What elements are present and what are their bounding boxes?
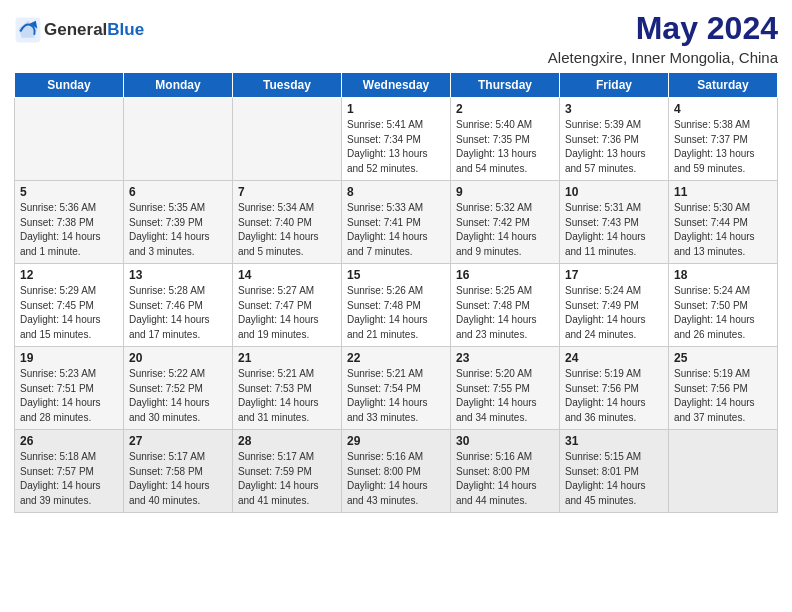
cell-info: Sunrise: 5:16 AM Sunset: 8:00 PM Dayligh… <box>347 450 445 508</box>
calendar-cell <box>233 98 342 181</box>
calendar-cell: 22Sunrise: 5:21 AM Sunset: 7:54 PM Dayli… <box>342 347 451 430</box>
generalblue-icon <box>14 16 42 44</box>
day-number: 11 <box>674 185 772 199</box>
calendar-cell: 15Sunrise: 5:26 AM Sunset: 7:48 PM Dayli… <box>342 264 451 347</box>
calendar-cell: 20Sunrise: 5:22 AM Sunset: 7:52 PM Dayli… <box>124 347 233 430</box>
calendar-week-row: 19Sunrise: 5:23 AM Sunset: 7:51 PM Dayli… <box>15 347 778 430</box>
cell-info: Sunrise: 5:31 AM Sunset: 7:43 PM Dayligh… <box>565 201 663 259</box>
header-saturday: Saturday <box>669 73 778 98</box>
calendar-cell: 7Sunrise: 5:34 AM Sunset: 7:40 PM Daylig… <box>233 181 342 264</box>
cell-info: Sunrise: 5:15 AM Sunset: 8:01 PM Dayligh… <box>565 450 663 508</box>
cell-info: Sunrise: 5:26 AM Sunset: 7:48 PM Dayligh… <box>347 284 445 342</box>
calendar-cell: 2Sunrise: 5:40 AM Sunset: 7:35 PM Daylig… <box>451 98 560 181</box>
cell-info: Sunrise: 5:30 AM Sunset: 7:44 PM Dayligh… <box>674 201 772 259</box>
cell-info: Sunrise: 5:17 AM Sunset: 7:58 PM Dayligh… <box>129 450 227 508</box>
header-thursday: Thursday <box>451 73 560 98</box>
logo: GeneralBlue <box>14 16 144 44</box>
header-monday: Monday <box>124 73 233 98</box>
calendar-cell: 9Sunrise: 5:32 AM Sunset: 7:42 PM Daylig… <box>451 181 560 264</box>
header-friday: Friday <box>560 73 669 98</box>
cell-info: Sunrise: 5:17 AM Sunset: 7:59 PM Dayligh… <box>238 450 336 508</box>
calendar-cell: 12Sunrise: 5:29 AM Sunset: 7:45 PM Dayli… <box>15 264 124 347</box>
header-wednesday: Wednesday <box>342 73 451 98</box>
logo-text: GeneralBlue <box>44 20 144 40</box>
day-number: 1 <box>347 102 445 116</box>
day-number: 30 <box>456 434 554 448</box>
title-area: May 2024 Aletengxire, Inner Mongolia, Ch… <box>548 10 778 66</box>
day-number: 28 <box>238 434 336 448</box>
logo-general: General <box>44 20 107 39</box>
day-number: 25 <box>674 351 772 365</box>
day-number: 22 <box>347 351 445 365</box>
calendar-cell: 26Sunrise: 5:18 AM Sunset: 7:57 PM Dayli… <box>15 430 124 513</box>
day-number: 3 <box>565 102 663 116</box>
calendar-cell: 8Sunrise: 5:33 AM Sunset: 7:41 PM Daylig… <box>342 181 451 264</box>
day-number: 2 <box>456 102 554 116</box>
calendar-subtitle: Aletengxire, Inner Mongolia, China <box>548 49 778 66</box>
calendar-cell: 14Sunrise: 5:27 AM Sunset: 7:47 PM Dayli… <box>233 264 342 347</box>
cell-info: Sunrise: 5:38 AM Sunset: 7:37 PM Dayligh… <box>674 118 772 176</box>
day-number: 6 <box>129 185 227 199</box>
day-number: 5 <box>20 185 118 199</box>
cell-info: Sunrise: 5:24 AM Sunset: 7:49 PM Dayligh… <box>565 284 663 342</box>
day-number: 13 <box>129 268 227 282</box>
cell-info: Sunrise: 5:41 AM Sunset: 7:34 PM Dayligh… <box>347 118 445 176</box>
cell-info: Sunrise: 5:32 AM Sunset: 7:42 PM Dayligh… <box>456 201 554 259</box>
calendar-cell <box>15 98 124 181</box>
header-area: GeneralBlue May 2024 Aletengxire, Inner … <box>14 10 778 66</box>
calendar-cell: 10Sunrise: 5:31 AM Sunset: 7:43 PM Dayli… <box>560 181 669 264</box>
calendar-week-row: 12Sunrise: 5:29 AM Sunset: 7:45 PM Dayli… <box>15 264 778 347</box>
cell-info: Sunrise: 5:33 AM Sunset: 7:41 PM Dayligh… <box>347 201 445 259</box>
day-number: 31 <box>565 434 663 448</box>
calendar-cell: 31Sunrise: 5:15 AM Sunset: 8:01 PM Dayli… <box>560 430 669 513</box>
day-number: 9 <box>456 185 554 199</box>
day-number: 29 <box>347 434 445 448</box>
calendar-cell: 24Sunrise: 5:19 AM Sunset: 7:56 PM Dayli… <box>560 347 669 430</box>
header-tuesday: Tuesday <box>233 73 342 98</box>
day-number: 24 <box>565 351 663 365</box>
calendar-cell: 11Sunrise: 5:30 AM Sunset: 7:44 PM Dayli… <box>669 181 778 264</box>
day-number: 26 <box>20 434 118 448</box>
calendar-cell: 30Sunrise: 5:16 AM Sunset: 8:00 PM Dayli… <box>451 430 560 513</box>
cell-info: Sunrise: 5:18 AM Sunset: 7:57 PM Dayligh… <box>20 450 118 508</box>
calendar-cell: 16Sunrise: 5:25 AM Sunset: 7:48 PM Dayli… <box>451 264 560 347</box>
cell-info: Sunrise: 5:25 AM Sunset: 7:48 PM Dayligh… <box>456 284 554 342</box>
calendar-cell <box>124 98 233 181</box>
day-number: 19 <box>20 351 118 365</box>
calendar-cell: 19Sunrise: 5:23 AM Sunset: 7:51 PM Dayli… <box>15 347 124 430</box>
day-number: 16 <box>456 268 554 282</box>
logo-blue: Blue <box>107 20 144 39</box>
day-number: 17 <box>565 268 663 282</box>
cell-info: Sunrise: 5:22 AM Sunset: 7:52 PM Dayligh… <box>129 367 227 425</box>
calendar-title: May 2024 <box>548 10 778 47</box>
cell-info: Sunrise: 5:35 AM Sunset: 7:39 PM Dayligh… <box>129 201 227 259</box>
day-number: 21 <box>238 351 336 365</box>
calendar-cell: 3Sunrise: 5:39 AM Sunset: 7:36 PM Daylig… <box>560 98 669 181</box>
cell-info: Sunrise: 5:28 AM Sunset: 7:46 PM Dayligh… <box>129 284 227 342</box>
cell-info: Sunrise: 5:23 AM Sunset: 7:51 PM Dayligh… <box>20 367 118 425</box>
calendar-table: Sunday Monday Tuesday Wednesday Thursday… <box>14 72 778 513</box>
header-row: Sunday Monday Tuesday Wednesday Thursday… <box>15 73 778 98</box>
calendar-cell: 28Sunrise: 5:17 AM Sunset: 7:59 PM Dayli… <box>233 430 342 513</box>
calendar-page: GeneralBlue May 2024 Aletengxire, Inner … <box>0 0 792 612</box>
cell-info: Sunrise: 5:34 AM Sunset: 7:40 PM Dayligh… <box>238 201 336 259</box>
day-number: 12 <box>20 268 118 282</box>
cell-info: Sunrise: 5:39 AM Sunset: 7:36 PM Dayligh… <box>565 118 663 176</box>
calendar-cell <box>669 430 778 513</box>
calendar-cell: 6Sunrise: 5:35 AM Sunset: 7:39 PM Daylig… <box>124 181 233 264</box>
day-number: 18 <box>674 268 772 282</box>
cell-info: Sunrise: 5:21 AM Sunset: 7:54 PM Dayligh… <box>347 367 445 425</box>
day-number: 23 <box>456 351 554 365</box>
cell-info: Sunrise: 5:36 AM Sunset: 7:38 PM Dayligh… <box>20 201 118 259</box>
calendar-cell: 25Sunrise: 5:19 AM Sunset: 7:56 PM Dayli… <box>669 347 778 430</box>
cell-info: Sunrise: 5:19 AM Sunset: 7:56 PM Dayligh… <box>565 367 663 425</box>
day-number: 15 <box>347 268 445 282</box>
header-sunday: Sunday <box>15 73 124 98</box>
calendar-cell: 27Sunrise: 5:17 AM Sunset: 7:58 PM Dayli… <box>124 430 233 513</box>
calendar-cell: 13Sunrise: 5:28 AM Sunset: 7:46 PM Dayli… <box>124 264 233 347</box>
calendar-cell: 4Sunrise: 5:38 AM Sunset: 7:37 PM Daylig… <box>669 98 778 181</box>
day-number: 27 <box>129 434 227 448</box>
day-number: 20 <box>129 351 227 365</box>
calendar-cell: 21Sunrise: 5:21 AM Sunset: 7:53 PM Dayli… <box>233 347 342 430</box>
calendar-cell: 23Sunrise: 5:20 AM Sunset: 7:55 PM Dayli… <box>451 347 560 430</box>
